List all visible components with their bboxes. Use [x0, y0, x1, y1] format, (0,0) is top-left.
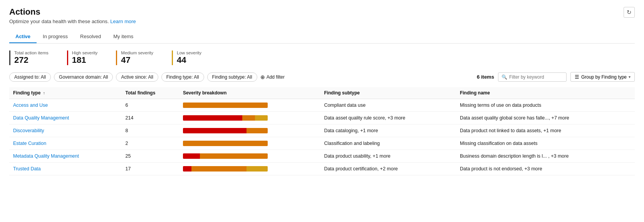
- finding-subtype-cell: Data asset quality rule score, +3 more: [320, 112, 456, 124]
- severity-breakdown-cell: [179, 99, 320, 112]
- severity-bar: [183, 141, 268, 146]
- col-finding-type[interactable]: Finding type ↑: [9, 87, 122, 99]
- refresh-button[interactable]: ↻: [624, 7, 635, 18]
- group-by-icon: ☰: [575, 74, 579, 80]
- severity-breakdown-cell: [179, 150, 320, 163]
- stat-medium-label: Medium severity: [121, 50, 153, 55]
- search-box: 🔍: [498, 72, 567, 82]
- total-findings-cell: 17: [122, 163, 179, 175]
- filter-right-controls: 6 items 🔍 ☰ Group by Finding type ▾: [477, 72, 635, 82]
- filter-row: Assigned to: All Governance domain: All …: [9, 72, 635, 82]
- total-findings-cell: 6: [122, 99, 179, 112]
- stat-medium-value: 47: [121, 55, 153, 65]
- finding-name-cell: Data asset quality global score has fall…: [456, 112, 635, 124]
- filter-active-since[interactable]: Active since: All: [116, 72, 158, 82]
- table-row: Data Quality Management214Data asset qua…: [9, 112, 635, 124]
- table-row: Access and Use6Compliant data useMissing…: [9, 99, 635, 112]
- bar-segment: [183, 153, 200, 159]
- table-header-row: Finding type ↑ Total findings Severity b…: [9, 87, 635, 99]
- bar-segment: [242, 115, 255, 121]
- sort-arrow-finding-type: ↑: [43, 91, 45, 95]
- tab-in-progress[interactable]: In progress: [37, 30, 74, 43]
- col-finding-subtype[interactable]: Finding subtype: [320, 87, 456, 99]
- bar-segment: [183, 103, 268, 108]
- table-body: Access and Use6Compliant data useMissing…: [9, 99, 635, 175]
- col-total-findings[interactable]: Total findings: [122, 87, 179, 99]
- col-severity-breakdown[interactable]: Severity breakdown: [179, 87, 320, 99]
- bar-segment: [255, 115, 268, 121]
- group-by-label: Group by Finding type: [581, 74, 627, 80]
- search-icon: 🔍: [501, 74, 507, 80]
- finding-subtype-cell: Data cataloging, +1 more: [320, 124, 456, 137]
- finding-type-cell: Discoverability: [9, 124, 122, 137]
- finding-type-cell: Estate Curation: [9, 137, 122, 150]
- filter-finding-subtype[interactable]: Finding subtype: All: [207, 72, 257, 82]
- finding-type-link[interactable]: Trusted Data: [13, 166, 41, 172]
- stat-low: Low severity 44: [172, 50, 201, 65]
- finding-type-cell: Metadata Quality Management: [9, 150, 122, 163]
- severity-bar: [183, 103, 268, 108]
- finding-subtype-cell: Data product usability, +1 more: [320, 150, 456, 163]
- bar-segment: [183, 141, 268, 146]
- severity-breakdown-cell: [179, 163, 320, 175]
- learn-more-link[interactable]: Learn more: [110, 18, 136, 24]
- total-findings-cell: 2: [122, 137, 179, 150]
- items-count: 6 items: [477, 74, 494, 80]
- add-filter-label: Add filter: [267, 74, 285, 80]
- filter-finding-type[interactable]: Finding type: All: [161, 72, 204, 82]
- col-finding-name[interactable]: Finding name: [456, 87, 635, 99]
- finding-subtype-cell: Classification and labeling: [320, 137, 456, 150]
- stat-low-value: 44: [177, 55, 201, 65]
- finding-subtype-cell: Compliant data use: [320, 99, 456, 112]
- tab-resolved[interactable]: Resolved: [74, 30, 107, 43]
- total-findings-cell: 8: [122, 124, 179, 137]
- finding-type-cell: Trusted Data: [9, 163, 122, 175]
- severity-bar: [183, 128, 268, 133]
- total-findings-cell: 214: [122, 112, 179, 124]
- finding-type-link[interactable]: Data Quality Management: [13, 115, 69, 121]
- bar-segment: [183, 166, 191, 172]
- severity-bar: [183, 166, 268, 172]
- severity-breakdown-cell: [179, 124, 320, 137]
- severity-bar: [183, 115, 268, 121]
- group-by-button[interactable]: ☰ Group by Finding type ▾: [570, 72, 635, 82]
- stat-total-label: Total action items: [14, 50, 49, 55]
- finding-type-link[interactable]: Discoverability: [13, 128, 44, 133]
- finding-name-cell: Data product is not endorsed, +3 more: [456, 163, 635, 175]
- filter-assigned-to[interactable]: Assigned to: All: [9, 72, 51, 82]
- bar-segment: [247, 128, 268, 133]
- bar-segment: [247, 166, 268, 172]
- finding-name-cell: Data product not linked to data assets, …: [456, 124, 635, 137]
- finding-name-cell: Missing terms of use on data products: [456, 99, 635, 112]
- finding-type-cell: Access and Use: [9, 99, 122, 112]
- finding-name-cell: Business domain description length is l.…: [456, 150, 635, 163]
- finding-type-link[interactable]: Metadata Quality Management: [13, 153, 79, 159]
- findings-table: Finding type ↑ Total findings Severity b…: [9, 87, 635, 175]
- refresh-icon: ↻: [627, 9, 632, 15]
- stat-low-label: Low severity: [177, 50, 201, 55]
- severity-breakdown-cell: [179, 137, 320, 150]
- add-filter-icon: ⊕: [260, 74, 265, 80]
- bar-segment: [183, 115, 242, 121]
- page-title: Actions: [9, 7, 136, 17]
- page-subtitle: Optimize your data health with these act…: [9, 18, 136, 24]
- chevron-down-icon: ▾: [629, 75, 631, 79]
- severity-breakdown-cell: [179, 112, 320, 124]
- bar-segment: [200, 153, 268, 159]
- severity-bar: [183, 153, 268, 159]
- bar-segment: [183, 128, 247, 133]
- finding-type-link[interactable]: Estate Curation: [13, 141, 46, 146]
- table-row: Trusted Data17Data product certification…: [9, 163, 635, 175]
- finding-type-link[interactable]: Access and Use: [13, 103, 48, 108]
- filter-governance-domain[interactable]: Governance domain: All: [54, 72, 113, 82]
- search-input[interactable]: [509, 74, 563, 80]
- stat-total-value: 272: [14, 55, 49, 65]
- add-filter-button[interactable]: ⊕ Add filter: [260, 74, 285, 80]
- stat-total: Total action items 272: [9, 50, 49, 65]
- stats-row: Total action items 272 High severity 181…: [9, 50, 635, 65]
- table-row: Metadata Quality Management25Data produc…: [9, 150, 635, 163]
- finding-name-cell: Missing classification on data assets: [456, 137, 635, 150]
- tab-active[interactable]: Active: [9, 30, 37, 43]
- tab-my-items[interactable]: My items: [107, 30, 139, 43]
- stat-high-value: 181: [72, 55, 97, 65]
